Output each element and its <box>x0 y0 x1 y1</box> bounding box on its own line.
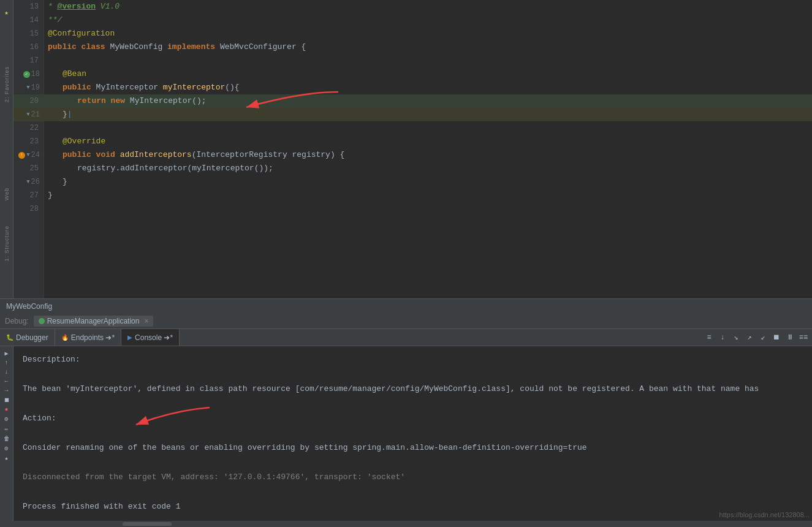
line-num-27: 27 <box>13 189 44 202</box>
console-line-empty-4 <box>23 455 803 470</box>
line-num-23: 23 <box>13 135 44 148</box>
line-num-24: ! ▼ 24 <box>13 148 44 162</box>
console-area: ▶ ↑ ↓ ← → ⏹ ● ⚙ ✏ 🗑 ⚙ ★ Description: The… <box>0 346 812 521</box>
green-dot-icon: ✓ <box>23 71 30 78</box>
code-line-18: @Bean <box>44 67 812 81</box>
structure-label: 1: Structure <box>4 226 10 262</box>
line-num-20: 20 <box>13 94 44 108</box>
console-line-disconnected: Disconnected from the target VM, address… <box>23 470 803 485</box>
console-line-description: Description: <box>23 352 803 367</box>
line-num-25: 25 <box>13 162 44 175</box>
code-line-15: @Configuration <box>44 27 812 40</box>
console-line-empty-3 <box>23 426 803 441</box>
line-num-22: 22 <box>13 121 44 135</box>
console-line-error: The bean 'myInterceptor', defined in cla… <box>23 382 803 396</box>
code-line-16: public class MyWebConfig implements WebM… <box>44 40 812 54</box>
toolbar-btn-run-cursor[interactable]: ↙ <box>757 332 769 344</box>
fold-marker-24[interactable]: ▼ <box>26 148 29 162</box>
debug-session[interactable]: ResumeManagerApplication × <box>34 316 154 327</box>
line-num-19: ▼ 19 <box>13 81 44 94</box>
code-line-23: @Override <box>44 135 812 148</box>
toolbar-btn-resume[interactable]: ≡ <box>703 332 715 344</box>
tab-debugger[interactable]: 🐛 Debugger <box>0 329 55 346</box>
fold-marker-21[interactable]: ▼ <box>26 108 29 121</box>
toolbar-btn-settings[interactable]: ≡≡ <box>797 332 810 344</box>
endpoints-icon: 🔥 <box>61 334 69 341</box>
debug-label: Debug: <box>5 317 29 325</box>
orange-dot-icon: ! <box>18 152 25 159</box>
toolbar-btn-stop[interactable]: ⏹ <box>770 332 783 344</box>
code-line-27: } <box>44 189 812 202</box>
fold-marker-26[interactable]: ▼ <box>26 175 29 189</box>
code-line-13: * @version V1.0 <box>44 0 812 13</box>
console-btn-trash[interactable]: 🗑 <box>4 435 10 442</box>
line-num-21: ▼ 21 <box>13 108 44 121</box>
console-btn-pencil[interactable]: ✏ <box>4 425 8 433</box>
favorites-label: 2: Favorites <box>4 66 10 102</box>
console-left-sidebar: ▶ ↑ ↓ ← → ⏹ ● ⚙ ✏ 🗑 ⚙ ★ <box>0 346 13 521</box>
console-btn-up[interactable]: ↑ <box>4 360 8 366</box>
code-line-26: } <box>44 175 812 189</box>
console-line-empty-5 <box>23 485 803 499</box>
filename-label: MyWebConfig <box>6 302 52 311</box>
console-icon: ▶ <box>127 334 132 341</box>
fold-marker-19[interactable]: ▼ <box>26 81 29 94</box>
console-btn-right[interactable]: → <box>4 387 8 394</box>
code-line-17 <box>44 54 812 67</box>
console-btn-left[interactable]: ← <box>4 378 8 385</box>
toolbar-btn-pause[interactable]: ⏸ <box>784 332 796 344</box>
line-num-15: 15 <box>13 27 44 40</box>
line-num-13: 13 <box>13 0 44 13</box>
filename-bar: MyWebConfig <box>0 298 812 313</box>
console-toolbar: ≡ ↓ ↘ ↗ ↙ ⏹ ⏸ ≡≡ <box>700 329 812 346</box>
line-num-26: ▼ 26 <box>13 175 44 189</box>
scroll-thumb[interactable] <box>123 522 172 526</box>
tab-endpoints[interactable]: 🔥 Endpoints ➜* <box>55 329 121 346</box>
watermark-url: https://blog.csdn.net/132808... <box>719 511 810 518</box>
code-line-21: }| <box>44 108 812 121</box>
star-icon[interactable]: ★ <box>4 9 9 17</box>
session-name: ResumeManagerApplication <box>47 317 140 325</box>
console-btn-down[interactable]: ↓ <box>4 369 8 376</box>
toolbar-btn-step-out[interactable]: ↗ <box>743 332 756 344</box>
code-line-19: public MyInterceptor myInterceptor(){ <box>44 81 812 94</box>
console-btn-star[interactable]: ★ <box>4 455 8 462</box>
toolbar-btn-step-over[interactable]: ↓ <box>716 332 729 344</box>
code-line-20: return new MyInterceptor(); <box>44 94 812 108</box>
code-line-25: registry.addInterceptor(myInterceptor())… <box>44 162 812 175</box>
line-num-14: 14 <box>13 13 44 27</box>
session-green-dot <box>39 318 45 324</box>
left-sidebar: 2: Favorites Web 1: Structure ★ <box>0 0 13 298</box>
console-btn-stop[interactable]: ⏹ <box>4 396 10 404</box>
console-btn-red[interactable]: ● <box>4 406 8 413</box>
close-session-icon[interactable]: × <box>144 317 148 325</box>
debugger-icon: 🐛 <box>6 334 13 341</box>
code-line-14: **/ <box>44 13 812 27</box>
code-line-22 <box>44 121 812 135</box>
console-btn-settings2[interactable]: ⚙ <box>4 445 8 452</box>
line-numbers: 13 14 15 16 17 ✓ 18 ▼ 19 20 ▼ 21 22 23 !… <box>13 0 44 298</box>
console-line-action: Action: <box>23 411 803 426</box>
scrollbar-horizontal[interactable] <box>0 521 812 527</box>
code-line-28 <box>44 202 812 216</box>
line-num-16: 16 <box>13 40 44 54</box>
debug-bar: Debug: ResumeManagerApplication × <box>0 313 812 329</box>
console-btn-play[interactable]: ▶ <box>4 350 8 357</box>
console-line-empty-1 <box>23 367 803 382</box>
code-line-24: public void addInterceptors(InterceptorR… <box>44 148 812 162</box>
console-tabs-bar: 🐛 Debugger 🔥 Endpoints ➜* ▶ Console ➜* ≡… <box>0 329 812 346</box>
console-line-empty-2 <box>23 396 803 411</box>
console-line-consider: Consider renaming one of the beans or en… <box>23 441 803 455</box>
line-num-18: ✓ 18 <box>13 67 44 81</box>
code-editor[interactable]: * @version V1.0 **/ @Configuration publi… <box>44 0 812 298</box>
console-output: Description: The bean 'myInterceptor', d… <box>13 346 812 521</box>
console-btn-gear[interactable]: ⚙ <box>4 415 8 423</box>
toolbar-btn-step-into[interactable]: ↘ <box>730 332 742 344</box>
console-line-process: Process finished with exit code 1 <box>23 499 803 514</box>
web-label: Web <box>4 188 10 200</box>
tab-console[interactable]: ▶ Console ➜* <box>121 329 180 346</box>
line-num-17: 17 <box>13 54 44 67</box>
line-num-28: 28 <box>13 202 44 216</box>
